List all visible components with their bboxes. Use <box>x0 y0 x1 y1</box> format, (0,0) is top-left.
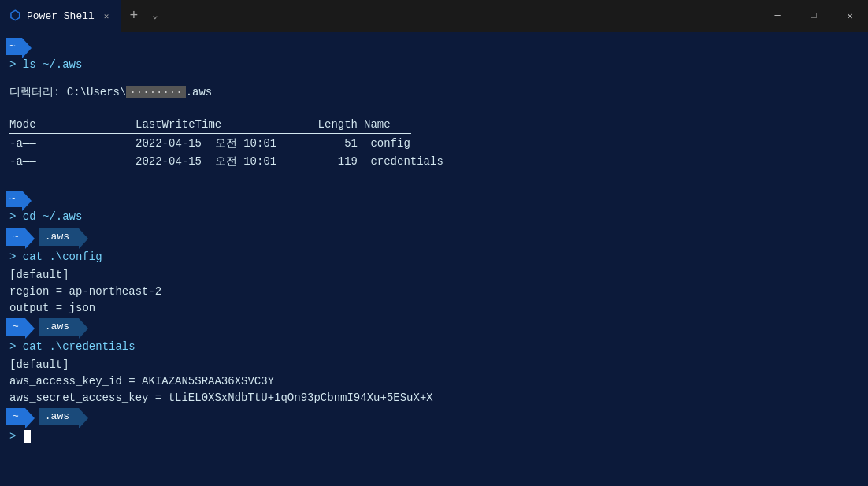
close-button[interactable]: ✕ <box>832 0 868 32</box>
config-line-2: region = ap-northeast-2 <box>0 284 868 300</box>
command-3: cat .\config <box>0 249 868 265</box>
cred-line-1: [default] <box>0 357 868 373</box>
dir-listing-underline <box>0 133 868 134</box>
pf-path-2: .aws <box>39 318 79 336</box>
col-len-header: Length <box>301 117 364 133</box>
col-name-header: Name <box>364 117 391 133</box>
powershell-icon: ⬡ <box>9 8 20 24</box>
final-prompt-line: > <box>0 428 868 445</box>
dir-listing-header: Mode LastWriteTime Length Name <box>0 117 868 133</box>
banner-tilde-1: ~ <box>6 38 22 55</box>
tab-title: Power Shell <box>27 10 95 22</box>
command-4: cat .\credentials <box>0 339 868 355</box>
prompt-banner-2: ~ <box>6 191 38 208</box>
window-controls: ─ □ ✕ <box>759 0 868 32</box>
cursor <box>24 430 31 443</box>
command-2: cd ~/.aws <box>0 209 868 225</box>
prompt-banner-1: ~ <box>6 38 38 55</box>
pf-path-1: .aws <box>39 228 79 246</box>
config-line-1: [default] <box>0 267 868 284</box>
file-row-config: -a—— 2022-04-15 오전 10:01 51 config <box>0 135 868 152</box>
cred-line-3: aws_secret_access_key = tLiEL0XSxNdbTtU+… <box>0 390 868 406</box>
banner-tilde-2: ~ <box>6 191 22 208</box>
dir-path-line: 디렉터리: C:\Users\········.aws <box>0 84 868 101</box>
prompt-full-2: ~ .aws <box>6 317 868 337</box>
titlebar: ⬡ Power Shell ✕ + ⌄ ─ □ ✕ <box>0 0 868 32</box>
maximize-button[interactable]: □ <box>796 0 832 32</box>
file-row-credentials: -a—— 2022-04-15 오전 10:01 119 credentials <box>0 154 868 170</box>
tilde-label-2: ~ <box>9 191 16 207</box>
command-1: ls ~/.aws <box>0 57 868 73</box>
tab-close-button[interactable]: ✕ <box>101 9 113 23</box>
col-mode-header: Mode <box>9 117 135 133</box>
pf-tilde-1: ~ <box>6 228 25 246</box>
terminal[interactable]: ~ ls ~/.aws 디렉터리: C:\Users\········.aws … <box>0 32 868 486</box>
config-line-3: output = json <box>0 300 868 317</box>
pf-tilde-3: ~ <box>6 408 25 425</box>
prompt-full-1: ~ .aws <box>6 227 868 247</box>
pf-tilde-2: ~ <box>6 318 25 336</box>
minimize-button[interactable]: ─ <box>759 0 796 32</box>
cred-line-2: aws_access_key_id = AKIAZAN5SRAA36XSVC3Y <box>0 373 868 390</box>
col-lwt-header: LastWriteTime <box>135 117 301 133</box>
tilde-label-1: ~ <box>9 39 16 54</box>
pf-path-3: .aws <box>39 408 79 425</box>
prompt-full-3: ~ .aws <box>6 406 868 427</box>
active-tab[interactable]: ⬡ Power Shell ✕ <box>0 0 121 32</box>
tab-area: ⬡ Power Shell ✕ + ⌄ <box>0 0 759 32</box>
tab-dropdown-button[interactable]: ⌄ <box>146 0 164 32</box>
new-tab-button[interactable]: + <box>121 0 146 32</box>
